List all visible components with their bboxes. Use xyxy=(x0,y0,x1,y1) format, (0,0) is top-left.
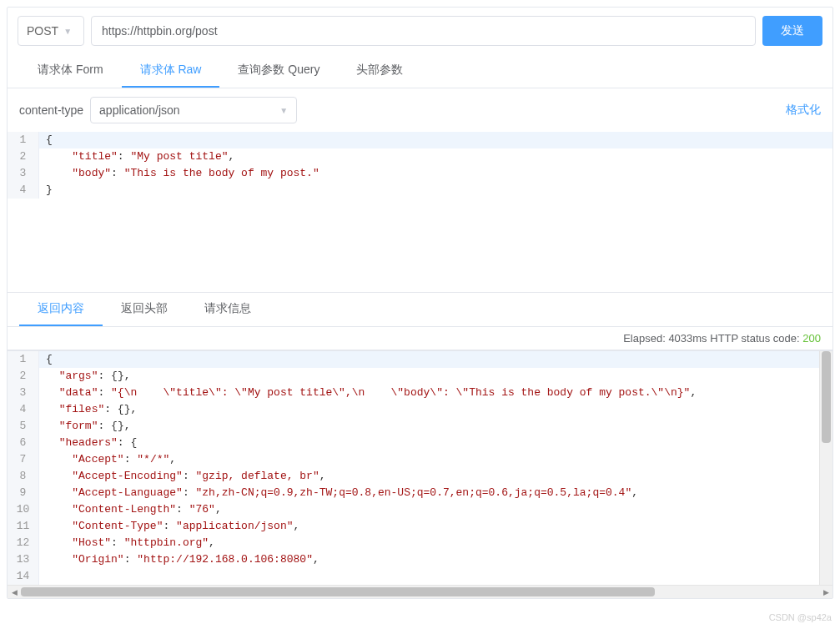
vertical-scrollbar[interactable] xyxy=(819,351,832,585)
elapsed-value: 4033ms xyxy=(668,332,707,345)
scrollbar-thumb[interactable] xyxy=(21,587,655,596)
http-client-panel: POST ▼ 发送 请求体 Form 请求体 Raw 查询参数 Query 头部… xyxy=(7,7,833,599)
watermark: CSDN @sp42a xyxy=(769,612,832,622)
chevron-down-icon: ▼ xyxy=(63,27,72,36)
response-tabs: 返回内容 返回头部 请求信息 xyxy=(8,292,832,327)
content-type-row: content-type application/json ▼ 格式化 xyxy=(8,88,832,132)
chevron-down-icon: ▼ xyxy=(279,106,288,115)
horizontal-scrollbar[interactable]: ◀ ▶ xyxy=(8,585,832,598)
response-code-lines[interactable]: { "args": {}, "data": "{\n \"title\": \"… xyxy=(39,351,819,585)
format-link[interactable]: 格式化 xyxy=(786,103,821,118)
scroll-right-icon[interactable]: ▶ xyxy=(819,586,832,599)
response-body-viewer: 1234567891011121314 { "args": {}, "data"… xyxy=(8,350,832,598)
status-code-value: 200 xyxy=(802,332,821,345)
tab-response-content[interactable]: 返回内容 xyxy=(19,293,103,326)
scrollbar-thumb[interactable] xyxy=(822,351,831,443)
tab-request-query[interactable]: 查询参数 Query xyxy=(219,54,338,88)
scrollbar-track[interactable] xyxy=(21,586,819,598)
send-button[interactable]: 发送 xyxy=(762,16,822,46)
content-type-label: content-type xyxy=(19,103,83,117)
tab-request-raw[interactable]: 请求体 Raw xyxy=(122,54,220,88)
tab-request-form[interactable]: 请求体 Form xyxy=(19,54,122,88)
request-gutter: 1234 xyxy=(8,132,39,199)
elapsed-label: Elapsed: xyxy=(623,332,666,345)
editor-blank-area[interactable] xyxy=(8,199,832,292)
content-type-value: application/json xyxy=(99,103,180,117)
tab-request-headers[interactable]: 头部参数 xyxy=(338,54,421,88)
status-code-label: HTTP status code: xyxy=(710,332,799,345)
http-method-select[interactable]: POST ▼ xyxy=(18,16,84,46)
tab-response-request-info[interactable]: 请求信息 xyxy=(186,293,269,326)
tab-response-headers[interactable]: 返回头部 xyxy=(103,293,186,326)
request-line: POST ▼ 发送 xyxy=(8,8,832,54)
request-body-editor[interactable]: 1234 { "title": "My post title", "body":… xyxy=(8,132,832,199)
request-tabs: 请求体 Form 请求体 Raw 查询参数 Query 头部参数 xyxy=(8,54,832,88)
request-code-lines[interactable]: { "title": "My post title", "body": "Thi… xyxy=(39,132,832,199)
http-method-value: POST xyxy=(27,24,58,38)
status-line: Elapsed: 4033ms HTTP status code: 200 xyxy=(8,327,832,350)
scroll-left-icon[interactable]: ◀ xyxy=(8,586,21,599)
content-type-select[interactable]: application/json ▼ xyxy=(90,97,297,123)
url-input[interactable] xyxy=(91,16,756,46)
response-gutter: 1234567891011121314 xyxy=(8,351,39,585)
